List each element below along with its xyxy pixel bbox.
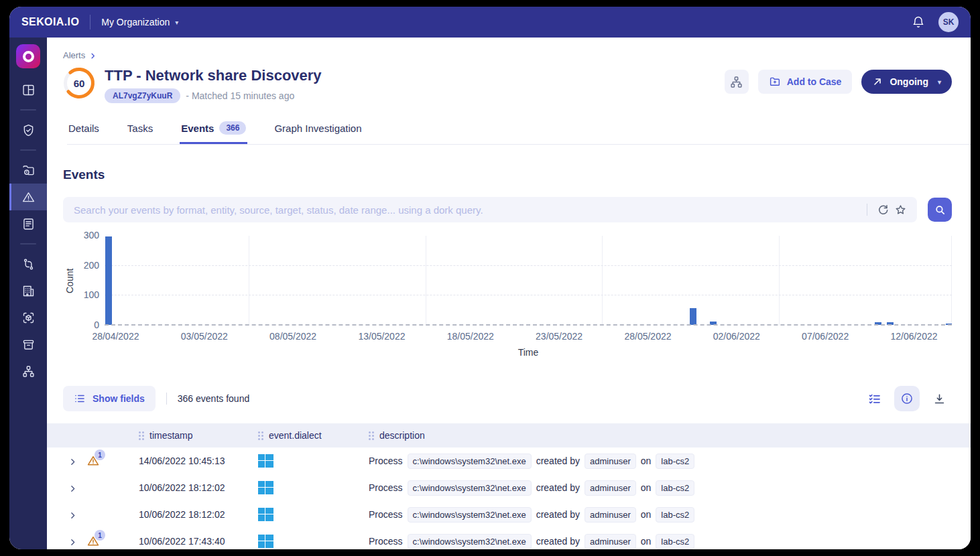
drag-handle-icon[interactable]: [258, 431, 263, 440]
breadcrumb-alerts-link[interactable]: Alerts: [63, 50, 85, 60]
sidebar-item-rules[interactable]: [9, 210, 47, 237]
user-chip[interactable]: adminuser: [585, 534, 636, 549]
favorite-query-button[interactable]: [892, 201, 909, 218]
table-row[interactable]: 1 14/06/2022 10:45:13 Processc:\windows\…: [47, 447, 971, 474]
organization-name: My Organization: [101, 17, 170, 27]
table-row[interactable]: 10/06/2022 18:12:02 Processc:\windows\sy…: [47, 474, 971, 501]
sidebar-item-intelligence[interactable]: [9, 277, 47, 304]
events-timeline-chart: Count 0100200300 28/04/202203/05/202208/…: [63, 236, 952, 360]
info-button[interactable]: [894, 386, 920, 411]
chart-gridline: [951, 236, 952, 326]
user-avatar[interactable]: SK: [938, 12, 959, 32]
sidebar-item-integrations[interactable]: [9, 251, 47, 277]
host-chip[interactable]: lab-cs2: [656, 480, 694, 496]
sidebar-item-cases[interactable]: [9, 157, 47, 184]
folder-search-icon: [21, 163, 36, 178]
select-columns-button[interactable]: [862, 386, 887, 411]
archive-box-icon: [21, 338, 36, 352]
process-path-chip[interactable]: c:\windows\system32\net.exe: [408, 534, 532, 549]
table-row[interactable]: 10/06/2022 18:12:02 Processc:\windows\sy…: [47, 501, 971, 528]
checklist-icon: [868, 392, 881, 405]
graph-view-button[interactable]: [725, 70, 749, 94]
tab-bar: Details Tasks Events366 Graph Investigat…: [67, 115, 971, 145]
search-icon: [934, 204, 946, 216]
brand-logo: SEKOIA.IO: [21, 16, 79, 28]
refresh-icon: [877, 204, 889, 216]
page-title: TTP - Network share Discovery: [105, 67, 322, 84]
organization-selector[interactable]: My Organization ▾: [101, 17, 178, 27]
chart-bar: [887, 322, 894, 325]
process-path-chip[interactable]: c:\windows\system32\net.exe: [408, 507, 532, 523]
chevron-down-icon: ▾: [175, 19, 178, 26]
chart-gridline: [105, 295, 952, 295]
search-input[interactable]: [74, 204, 860, 216]
sidebar-item-archive[interactable]: [9, 331, 47, 358]
tab-tasks[interactable]: Tasks: [126, 115, 154, 144]
x-tick-label: 18/05/2022: [447, 331, 494, 342]
expand-row-icon[interactable]: [68, 457, 77, 466]
app-window: SEKOIA.IO My Organization ▾ SK: [9, 7, 971, 549]
table-row[interactable]: 1 10/06/2022 17:43:40 Processc:\windows\…: [47, 528, 971, 549]
host-chip[interactable]: lab-cs2: [656, 454, 694, 469]
refresh-button[interactable]: [874, 201, 892, 218]
sidebar-item-alerts[interactable]: [9, 184, 47, 210]
row-timestamp: 14/06/2022 10:45:13: [139, 456, 258, 466]
sitemap-icon: [21, 364, 36, 378]
drag-handle-icon[interactable]: [369, 431, 374, 440]
host-chip[interactable]: lab-cs2: [656, 534, 694, 549]
shield-check-icon: [21, 123, 36, 137]
notifications-bell-icon[interactable]: [912, 15, 925, 29]
topbar-divider: [90, 15, 90, 29]
warning-count-badge: 1: [95, 449, 105, 460]
events-table: timestamp event.dialect description 1 14…: [47, 423, 971, 549]
user-chip[interactable]: adminuser: [585, 507, 636, 523]
user-chip[interactable]: adminuser: [585, 480, 636, 496]
expand-row-icon[interactable]: [68, 484, 77, 492]
column-header-timestamp[interactable]: timestamp: [139, 430, 258, 441]
tab-details[interactable]: Details: [67, 115, 101, 144]
star-icon: [894, 204, 907, 216]
column-header-event-dialect[interactable]: event.dialect: [258, 430, 369, 441]
sidebar-divider: [20, 109, 36, 111]
expand-row-icon[interactable]: [68, 510, 77, 519]
download-button[interactable]: [926, 386, 952, 411]
sidebar-item-sandbox[interactable]: [9, 304, 47, 331]
status-label: Ongoing: [890, 76, 928, 87]
alert-id-badge[interactable]: AL7vgZ7yKuuR: [105, 88, 180, 103]
y-tick-label: 0: [94, 320, 99, 330]
expand-row-icon[interactable]: [68, 537, 77, 546]
alert-triangle-icon: [21, 190, 36, 204]
x-tick-label: 08/05/2022: [269, 331, 316, 342]
sekoia-logo-icon[interactable]: [16, 44, 40, 68]
x-tick-label: 02/06/2022: [713, 331, 760, 342]
breadcrumb[interactable]: Alerts: [63, 50, 952, 60]
chart-bar: [946, 324, 952, 325]
search-box: [63, 197, 917, 222]
column-header-description[interactable]: description: [369, 430, 971, 441]
drag-handle-icon[interactable]: [139, 431, 144, 440]
warning-count-badge: 1: [95, 530, 105, 541]
x-tick-label: 12/06/2022: [890, 331, 937, 342]
process-path-chip[interactable]: c:\windows\system32\net.exe: [408, 454, 532, 469]
row-warning: 1: [86, 454, 100, 468]
host-chip[interactable]: lab-cs2: [656, 507, 694, 523]
user-chip[interactable]: adminuser: [585, 454, 636, 469]
status-dropdown-button[interactable]: Ongoing ▾: [861, 70, 952, 94]
sidebar-item-protect[interactable]: [9, 117, 47, 143]
tab-graph-investigation[interactable]: Graph Investigation: [273, 115, 363, 144]
show-fields-button[interactable]: Show fields: [63, 386, 156, 411]
sidebar-item-dashboard[interactable]: [9, 76, 47, 103]
process-path-chip[interactable]: c:\windows\system32\net.exe: [408, 480, 532, 496]
sidebar-item-operations[interactable]: [9, 358, 47, 385]
table-header: timestamp event.dialect description: [47, 423, 971, 447]
download-icon: [933, 393, 946, 405]
chart-plot: [105, 236, 952, 326]
windows-logo-icon: [258, 454, 273, 468]
dashboard-icon: [21, 83, 36, 97]
y-axis: 0100200300: [76, 236, 105, 326]
search-submit-button[interactable]: [928, 198, 952, 222]
tab-events[interactable]: Events366: [180, 115, 247, 144]
add-to-case-button[interactable]: Add to Case: [758, 70, 853, 94]
chart-bar: [875, 322, 881, 325]
row-description: Processc:\windows\system32\net.execreate…: [369, 507, 971, 523]
